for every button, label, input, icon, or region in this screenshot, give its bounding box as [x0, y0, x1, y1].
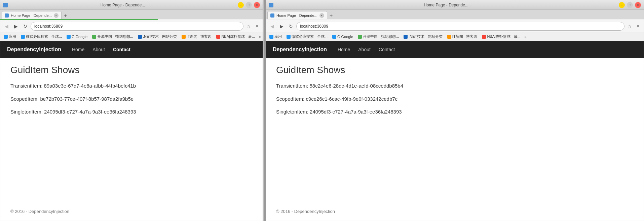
right-page-content: DependencyInjection Home About Contact G… [266, 41, 644, 221]
left-tab-title: Home Page - Depende... [11, 13, 52, 18]
left-bookmark-0[interactable]: 应用 [2, 33, 18, 40]
left-loading-bar [0, 19, 263, 20]
right-window-title: Home Page - Depende... [275, 3, 617, 7]
left-tab-bar: Home Page - Depende... × + [0, 10, 263, 19]
left-minimize-button[interactable]: − [238, 2, 244, 8]
left-bookmark-6[interactable]: NBA|虎扑篮球 - 最... [214, 33, 257, 40]
left-toolbar-actions: ☆ ≡ [245, 23, 261, 30]
left-bookmark-3[interactable]: 开源中国 - 找到您想... [90, 33, 135, 40]
left-active-tab[interactable]: Home Page - Depende... × [2, 11, 62, 19]
left-nav-home[interactable]: Home [68, 41, 88, 58]
left-bookmark-icon-0 [4, 35, 8, 39]
left-bookmark-2[interactable]: G Google [65, 33, 89, 40]
right-site-nav: DependencyInjection Home About Contact [266, 41, 644, 58]
right-menu-icon[interactable]: ≡ [634, 23, 642, 30]
left-browser-window: Home Page - Depende... − □ × Home Page -… [0, 0, 263, 221]
right-bookmarks-bar: 应用 微软必应搜索 - 全球... G Google 开源中国 - 找到您想..… [266, 32, 644, 41]
right-loading-bar [266, 19, 644, 20]
left-new-tab-button[interactable]: + [62, 12, 70, 19]
left-singleton-item: SingletonItem: 24095df3-c727-4a7a-9a3f-e… [10, 108, 253, 116]
right-active-tab[interactable]: Home Page - Depende... × [267, 11, 327, 19]
left-tab-favicon [5, 13, 9, 18]
right-tab-favicon [270, 13, 274, 18]
left-maximize-button[interactable]: □ [246, 2, 252, 8]
left-page-content: DependencyInjection Home About Contact G… [0, 41, 263, 221]
right-favicon [269, 3, 273, 7]
right-window-controls: − □ × [619, 2, 641, 8]
right-tab-bar: Home Page - Depende... × + [266, 10, 644, 19]
right-address-bar[interactable] [296, 22, 624, 31]
left-loading-bar-fill [0, 19, 158, 20]
right-minimize-button[interactable]: − [619, 2, 625, 8]
left-toolbar: ◀ ▶ ↻ ☆ ≡ [0, 20, 263, 32]
left-more-bookmarks[interactable]: » [258, 35, 262, 39]
right-bookmark-icon-5 [447, 35, 451, 39]
right-title-bar: Home Page - Depende... − □ × [266, 0, 644, 10]
left-menu-icon[interactable]: ≡ [253, 23, 261, 30]
right-bookmark-0[interactable]: 应用 [267, 33, 284, 40]
left-site-nav: DependencyInjection Home About Contact [0, 41, 263, 58]
left-bookmark-icon-4 [138, 35, 142, 39]
left-bookmark-4[interactable]: .NET技术 - 网站分类 [136, 33, 179, 40]
right-bookmark-1[interactable]: 微软必应搜索 - 全球... [285, 33, 330, 40]
left-page-title: GuidItem Shows [10, 65, 253, 75]
left-window-controls: − □ × [238, 2, 260, 8]
right-page-body: GuidItem Shows TransientItem: 58c2c4e6-2… [266, 58, 644, 202]
left-bookmark-5[interactable]: IT新闻 - 博客园 [180, 33, 214, 40]
left-page-body: GuidItem Shows TransientItem: 89a03e3e-6… [0, 58, 263, 202]
right-bookmark-3[interactable]: 开源中国 - 找到您想... [356, 33, 401, 40]
left-back-button[interactable]: ◀ [2, 22, 10, 30]
right-bookmark-6[interactable]: NBA|虎扑篮球 - 最... [480, 33, 522, 40]
right-tab-title: Home Page - Depende... [276, 13, 317, 18]
left-page-footer: © 2016 - DependencyInjection [0, 202, 263, 221]
right-singleton-item: SingletonItem: 24095df3-c727-4a7a-9a3f-e… [276, 108, 634, 116]
left-nav-contact[interactable]: Contact [109, 41, 135, 58]
left-transient-item: TransientItem: 89a03e3e-67d7-4e8a-afbb-4… [10, 82, 253, 90]
left-scoped-item: ScopedItem: be72b703-77ce-407f-8b57-987d… [10, 95, 253, 103]
left-bookmarks-bar: 应用 微软必应搜索 - 全球... G Google 开源中国 - 找到您想..… [0, 32, 263, 41]
right-more-bookmarks[interactable]: » [523, 35, 528, 39]
left-nav-about[interactable]: About [88, 41, 109, 58]
right-page-footer: © 2016 - DependencyInjection [266, 202, 644, 221]
right-tab-close[interactable]: × [319, 13, 324, 18]
right-star-icon[interactable]: ☆ [626, 23, 633, 30]
left-bookmark-icon-2 [67, 35, 71, 39]
right-bookmark-5[interactable]: IT新闻 - 博客园 [445, 33, 480, 40]
left-bookmark-1[interactable]: 微软必应搜索 - 全球... [19, 33, 64, 40]
left-reload-button[interactable]: ↻ [21, 22, 29, 30]
right-nav-about[interactable]: About [354, 41, 375, 58]
right-toolbar-actions: ☆ ≡ [626, 23, 642, 30]
left-close-button[interactable]: × [254, 2, 260, 8]
right-bookmark-icon-0 [269, 35, 273, 39]
right-nav-home[interactable]: Home [334, 41, 354, 58]
right-new-tab-button[interactable]: + [327, 12, 335, 19]
right-bookmark-icon-6 [482, 35, 486, 39]
left-bookmark-icon-1 [21, 35, 25, 39]
left-bookmark-icon-3 [92, 35, 96, 39]
right-bookmark-icon-2 [332, 35, 336, 39]
right-forward-button[interactable]: ▶ [277, 22, 286, 30]
left-tab-close[interactable]: × [54, 13, 59, 18]
left-forward-button[interactable]: ▶ [12, 22, 20, 30]
right-bookmark-icon-4 [404, 35, 408, 39]
left-bookmark-icon-6 [216, 35, 220, 39]
left-title-bar: Home Page - Depende... − □ × [0, 0, 263, 10]
right-bookmark-4[interactable]: .NET技术 - 网站分类 [402, 33, 445, 40]
right-close-button[interactable]: × [635, 2, 641, 8]
left-window-title: Home Page - Depende... [9, 3, 236, 7]
right-site-brand[interactable]: DependencyInjection [273, 46, 327, 53]
right-back-button[interactable]: ◀ [268, 22, 276, 30]
left-address-bar[interactable] [31, 22, 243, 31]
right-maximize-button[interactable]: □ [627, 2, 633, 8]
right-scoped-item: ScopedItem: c9ce26c1-6cac-49fb-9e0f-0332… [276, 95, 634, 103]
right-transient-item: TransientItem: 58c2c4e6-28dc-4d1e-aefd-0… [276, 82, 634, 90]
right-nav-contact[interactable]: Contact [375, 41, 399, 58]
left-site-brand[interactable]: DependencyInjection [7, 46, 61, 53]
left-favicon [3, 3, 8, 7]
right-bookmark-2[interactable]: G Google [330, 33, 355, 40]
left-bookmark-icon-5 [182, 35, 186, 39]
right-reload-button[interactable]: ↻ [287, 22, 295, 30]
left-star-icon[interactable]: ☆ [245, 23, 252, 30]
right-toolbar: ◀ ▶ ↻ ☆ ≡ [266, 20, 644, 32]
right-page-title: GuidItem Shows [276, 65, 634, 75]
